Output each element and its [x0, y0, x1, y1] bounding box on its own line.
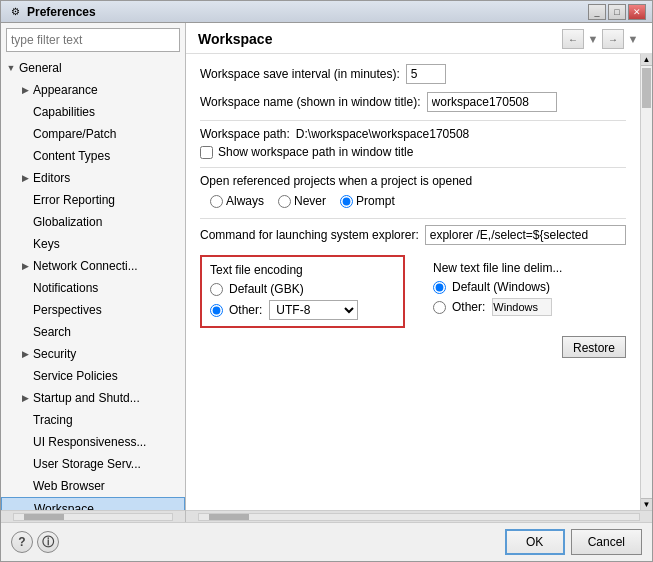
workspace-path-label: Workspace path: [200, 127, 290, 141]
radio-prompt[interactable]: Prompt [340, 194, 395, 208]
right-scroll-track [198, 513, 640, 521]
tree-label-web-browser: Web Browser [33, 477, 105, 495]
tree-item-user-storage[interactable]: User Storage Serv... [1, 453, 185, 475]
vertical-scrollbar[interactable]: ▲ ▼ [640, 54, 652, 510]
close-button[interactable]: ✕ [628, 4, 646, 20]
restore-button[interactable]: Restore [562, 336, 626, 358]
newline-default-radio[interactable] [433, 281, 446, 294]
tree-item-general[interactable]: ▼General [1, 57, 185, 79]
tree-item-ui-responsiveness[interactable]: UI Responsiveness... [1, 431, 185, 453]
tree-item-keys[interactable]: Keys [1, 233, 185, 255]
expand-icon-security: ▶ [19, 348, 31, 360]
tree-item-notifications[interactable]: Notifications [1, 277, 185, 299]
right-panel: Workspace ← ▼ → ▼ Workspace save interva… [186, 23, 652, 522]
expand-icon-user-storage [19, 458, 31, 470]
search-box [6, 28, 180, 52]
tree-item-security[interactable]: ▶Security [1, 343, 185, 365]
tree-item-workspace[interactable]: Workspace [1, 497, 185, 510]
forward-button[interactable]: → [602, 29, 624, 49]
scroll-track-v [641, 66, 652, 498]
window-controls: _ □ ✕ [588, 4, 646, 20]
radio-never-input[interactable] [278, 195, 291, 208]
left-panel: ▼General▶AppearanceCapabilitiesCompare/P… [1, 23, 186, 522]
expand-icon-ui-responsiveness [19, 436, 31, 448]
tree-item-search[interactable]: Search [1, 321, 185, 343]
radio-group-open-projects: Always Never Prompt [210, 194, 626, 208]
right-horizontal-scrollbar[interactable] [186, 510, 652, 522]
tree-label-editors: Editors [33, 169, 70, 187]
expand-icon-network: ▶ [19, 260, 31, 272]
workspace-path-row: Workspace path: D:\workspace\workspace17… [200, 127, 626, 141]
separator-2 [200, 167, 626, 168]
radio-always[interactable]: Always [210, 194, 264, 208]
expand-icon-capabilities [19, 106, 31, 118]
forward-arrow-dropdown[interactable]: ▼ [626, 32, 640, 46]
ok-button[interactable]: OK [505, 529, 565, 555]
radio-always-label: Always [226, 194, 264, 208]
tree-item-startup[interactable]: ▶Startup and Shutd... [1, 387, 185, 409]
scroll-track [13, 513, 173, 521]
tree-item-perspectives[interactable]: Perspectives [1, 299, 185, 321]
back-button[interactable]: ← [562, 29, 584, 49]
encoding-other-radio[interactable] [210, 304, 223, 317]
help-icons: ? ⓘ [11, 531, 59, 553]
tree-item-service-policies[interactable]: Service Policies [1, 365, 185, 387]
preferences-dialog: ⚙ Preferences _ □ ✕ ▼General▶AppearanceC… [0, 0, 653, 562]
save-interval-label: Workspace save interval (in minutes): [200, 67, 400, 81]
newline-other-radio[interactable] [433, 301, 446, 314]
scroll-thumb-v [642, 68, 651, 108]
right-scroll-area: Workspace save interval (in minutes): Wo… [186, 54, 652, 510]
search-input[interactable] [11, 33, 175, 47]
command-row: Command for launching system explorer: [200, 225, 626, 245]
newline-other-label: Other: [452, 300, 485, 314]
newline-other-input[interactable] [492, 298, 552, 316]
scroll-thumb [24, 514, 64, 520]
command-input[interactable] [425, 225, 626, 245]
two-col-section: Text file encoding Default (GBK) Other: … [200, 255, 626, 328]
show-path-checkbox[interactable] [200, 146, 213, 159]
separator-1 [200, 120, 626, 121]
save-interval-input[interactable] [406, 64, 446, 84]
tree-item-error-reporting[interactable]: Error Reporting [1, 189, 185, 211]
tree-item-content-types[interactable]: Content Types [1, 145, 185, 167]
tree-item-tracing[interactable]: Tracing [1, 409, 185, 431]
expand-icon-workspace [20, 503, 32, 510]
back-arrow-dropdown[interactable]: ▼ [586, 32, 600, 46]
tree-label-general: General [19, 59, 62, 77]
radio-never-label: Never [294, 194, 326, 208]
scroll-down-btn[interactable]: ▼ [641, 498, 652, 510]
tree-label-network: Network Connecti... [33, 257, 138, 275]
tree-item-editors[interactable]: ▶Editors [1, 167, 185, 189]
minimize-button[interactable]: _ [588, 4, 606, 20]
expand-icon-startup: ▶ [19, 392, 31, 404]
dialog-icon: ⚙ [7, 4, 23, 20]
tree-item-network[interactable]: ▶Network Connecti... [1, 255, 185, 277]
tree-container: ▼General▶AppearanceCapabilitiesCompare/P… [1, 57, 185, 510]
scroll-up-btn[interactable]: ▲ [641, 54, 652, 66]
tree-label-workspace: Workspace [34, 500, 94, 510]
maximize-button[interactable]: □ [608, 4, 626, 20]
radio-always-input[interactable] [210, 195, 223, 208]
tree-item-capabilities[interactable]: Capabilities [1, 101, 185, 123]
tree-item-appearance[interactable]: ▶Appearance [1, 79, 185, 101]
expand-icon-globalization [19, 216, 31, 228]
tree-item-web-browser[interactable]: Web Browser [1, 475, 185, 497]
expand-icon-tracing [19, 414, 31, 426]
cancel-button[interactable]: Cancel [571, 529, 642, 555]
tree-label-content-types: Content Types [33, 147, 110, 165]
nav-buttons: ← ▼ → ▼ [562, 29, 640, 49]
radio-never[interactable]: Never [278, 194, 326, 208]
radio-prompt-input[interactable] [340, 195, 353, 208]
tree-item-compare-patch[interactable]: Compare/Patch [1, 123, 185, 145]
horizontal-scrollbar[interactable] [1, 510, 185, 522]
radio-prompt-label: Prompt [356, 194, 395, 208]
encoding-default-radio[interactable] [210, 283, 223, 296]
help-button[interactable]: ? [11, 531, 33, 553]
workspace-name-input[interactable] [427, 92, 557, 112]
info-button[interactable]: ⓘ [37, 531, 59, 553]
tree-item-globalization[interactable]: Globalization [1, 211, 185, 233]
tree-label-search: Search [33, 323, 71, 341]
expand-icon-web-browser [19, 480, 31, 492]
encoding-select[interactable]: UTF-8 UTF-16 ISO-8859-1 [269, 300, 358, 320]
right-scroll-thumb [209, 514, 249, 520]
